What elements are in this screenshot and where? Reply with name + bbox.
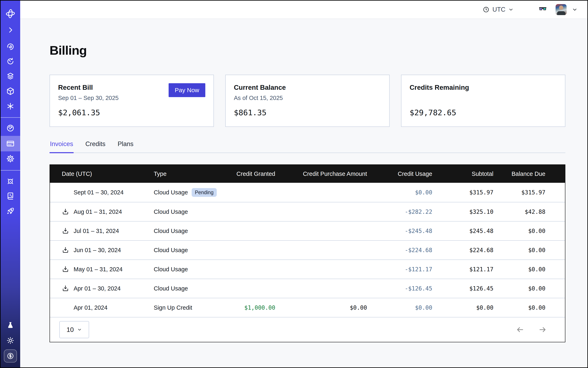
table-header-row: Date (UTC)TypeCredit GrantedCredit Purch… [50,165,565,183]
card-title: Current Balance [234,84,381,91]
invoice-type: Cloud Usage [154,266,188,273]
download-invoice-icon[interactable] [62,246,69,254]
invoice-date: May 01 – 31, 2024 [74,266,123,273]
balance-due-cell: $315.97 [496,189,565,196]
brand-orbit-logo-icon[interactable] [1,6,20,21]
credit-usage-cell: -$282.22 [370,209,435,215]
settings-gear-icon[interactable] [1,151,20,166]
invoice-type: Cloud Usage [154,285,188,292]
column-header: Credit Purchase Amount [278,171,370,177]
asterisk-icon[interactable] [1,99,20,114]
topbar: UTC [20,1,587,19]
subtotal-cell: $315.97 [435,189,496,196]
usage-gauge-icon[interactable] [1,121,20,136]
summary-cards: Recent Bill Sep 01 – Sep 30, 2025 $2,061… [50,75,565,127]
status-badge: Pending [192,188,217,197]
balance-due-cell: $0.00 [496,247,565,254]
card-title: Credits Remaining [410,84,557,91]
credit-purchase-cell: $0.00 [278,304,370,311]
table-row: Sept 01 – 30, 2024Cloud UsagePending$0.0… [50,183,565,202]
app-window: UTC Billing Recent Bill Sep 01 – Sep 30, [0,0,588,368]
page-size-value: 10 [66,326,74,333]
balance-due-cell: $0.00 [496,304,565,311]
timezone-selector[interactable]: UTC [483,6,514,13]
docs-book-icon[interactable] [1,189,20,203]
subtotal-cell: $325.10 [435,209,496,215]
sidebar-divider [1,117,20,118]
tab-plans[interactable]: Plans [117,140,134,153]
subtotal-cell: $0.00 [435,304,496,311]
page-title: Billing [50,43,565,57]
helm-wheel-icon[interactable] [1,174,20,189]
experiments-flask-icon[interactable] [1,318,20,333]
3d-glasses-icon[interactable] [538,4,547,15]
table-row: Jul 01 – 31, 2024Cloud Usage-$245.48$245… [50,221,565,240]
sidebar [1,1,20,367]
recent-bill-card: Recent Bill Sep 01 – Sep 30, 2025 $2,061… [50,75,214,127]
credit-usage-cell: -$121.17 [370,266,435,273]
invoice-type: Cloud Usage [154,189,188,196]
cube-icon[interactable] [1,84,20,99]
download-invoice-icon[interactable] [62,266,69,273]
column-header: Balance Due [496,171,565,177]
subtotal-cell: $245.48 [435,228,496,234]
timezone-label: UTC [492,6,506,13]
invoice-type: Cloud Usage [154,228,188,234]
monitoring-icon[interactable] [1,39,20,54]
table-row: May 01 – 31, 2024Cloud Usage-$121.17$121… [50,259,565,279]
credits-remaining-card: Credits Remaining $29,782.65 [401,75,565,127]
expand-chevron-right-icon[interactable] [1,23,20,37]
tab-invoices[interactable]: Invoices [50,140,74,153]
chevron-down-icon [77,327,82,332]
prev-page-button[interactable] [516,325,525,334]
table-row: Apr 01, 2024Sign Up Credit$1,000.00$0.00… [50,298,565,317]
subtotal-cell: $224.68 [435,247,496,254]
invoice-date: Apr 01 – 30, 2024 [74,285,121,292]
account-menu-chevron-icon[interactable] [572,7,578,12]
billing-tabs: Invoices Credits Plans [50,140,565,153]
table-row: Apr 01 – 30, 2024Cloud Usage-$126.45$126… [50,279,565,298]
current-balance-card: Current Balance As of Oct 15, 2025 $861.… [225,75,390,127]
invoices-table: Date (UTC)TypeCredit GrantedCredit Purch… [50,165,565,342]
pay-now-button[interactable]: Pay Now [169,83,205,97]
table-pagination: 10 [50,317,565,342]
column-header: Credit Usage [370,171,435,177]
credits-dollar-button[interactable] [1,348,20,364]
credit-usage-cell: -$245.48 [370,228,435,234]
main-content: Billing Recent Bill Sep 01 – Sep 30, 202… [20,19,587,367]
invoice-type: Cloud Usage [154,209,188,215]
invoice-date: Jun 01 – 30, 2024 [74,247,121,254]
credit-usage-cell: -$126.45 [370,285,435,292]
invoice-table-body: Sept 01 – 30, 2024Cloud UsagePending$0.0… [50,183,565,317]
column-header: Type [151,171,229,177]
dollar-badge-icon [4,350,17,362]
credits-remaining-amount: $29,782.65 [410,108,557,117]
balance-due-cell: $0.00 [496,228,565,234]
user-avatar[interactable] [556,4,567,15]
subtotal-cell: $121.17 [435,266,496,273]
next-page-button[interactable] [538,325,547,334]
column-header: Date (UTC) [50,171,151,177]
card-subtitle [410,95,557,102]
theme-sun-icon[interactable] [1,333,20,348]
download-invoice-icon[interactable] [62,227,69,235]
sidebar-divider [1,170,20,171]
chevron-down-icon [508,7,514,12]
subtotal-cell: $126.45 [435,285,496,292]
card-subtitle: As of Oct 15, 2025 [234,95,381,102]
invoice-type: Cloud Usage [154,247,188,254]
rocket-icon[interactable] [1,204,20,219]
column-header: Credit Granted [229,171,278,177]
layers-icon[interactable] [1,69,20,83]
sidebar-item-billing[interactable] [1,136,20,151]
history-timer-icon[interactable] [1,54,20,69]
credit-granted-cell: $1,000.00 [229,304,278,311]
tab-credits[interactable]: Credits [85,140,106,153]
download-invoice-icon[interactable] [62,208,69,215]
clock-icon [483,6,489,13]
download-invoice-icon[interactable] [62,285,69,292]
balance-due-cell: $0.00 [496,285,565,292]
credit-usage-cell: $0.00 [370,189,435,196]
recent-bill-amount: $2,061.35 [58,108,205,117]
page-size-select[interactable]: 10 [59,321,89,338]
